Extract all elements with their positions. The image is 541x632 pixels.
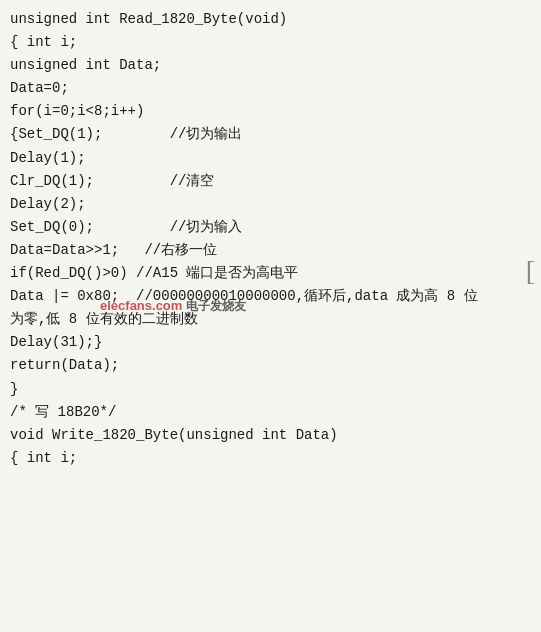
code-line-10: Set_DQ(0); //切为输入	[10, 216, 531, 239]
code-line-7: Delay(1);	[10, 147, 531, 170]
code-line-13: Data |= 0x80; //00000000010000000,循环后,da…	[10, 285, 531, 308]
code-line-15: Delay(31);}	[10, 331, 531, 354]
bracket-icon: [	[526, 248, 535, 294]
code-line-12: if(Red_DQ()>0) //A15 端口是否为高电平	[10, 262, 531, 285]
code-line-16: return(Data);	[10, 354, 531, 377]
code-line-4: Data=0;	[10, 77, 531, 100]
code-line-11: Data=Data>>1; //右移一位	[10, 239, 531, 262]
code-line-14: 为零,低 8 位有效的二进制数	[10, 308, 531, 331]
code-line-18: /* 写 18B20*/	[10, 401, 531, 424]
code-line-8: Clr_DQ(1); //清空	[10, 170, 531, 193]
code-line-5: for(i=0;i<8;i++)	[10, 100, 531, 123]
code-line-9: Delay(2);	[10, 193, 531, 216]
code-line-17: }	[10, 378, 531, 401]
code-line-2: { int i;	[10, 31, 531, 54]
code-line-1: unsigned int Read_1820_Byte(void)	[10, 8, 531, 31]
code-line-19: void Write_1820_Byte(unsigned int Data)	[10, 424, 531, 447]
code-line-3: unsigned int Data;	[10, 54, 531, 77]
code-container: unsigned int Read_1820_Byte(void) { int …	[0, 0, 541, 632]
code-line-20: { int i;	[10, 447, 531, 470]
code-line-6: {Set_DQ(1); //切为输出	[10, 123, 531, 146]
